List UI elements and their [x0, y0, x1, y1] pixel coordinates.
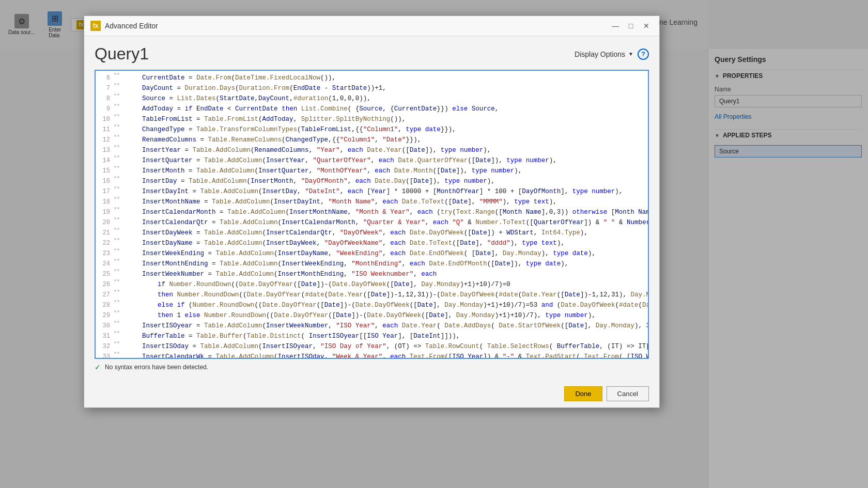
- code-line-15: 15 InsertMonth = Table.AddColumn(InsertQ…: [96, 166, 648, 176]
- code-line-14: 14 InsertQuarter = Table.AddColumn(Inser…: [96, 155, 648, 166]
- status-text: No syntax errors have been detected.: [105, 364, 208, 371]
- code-line-17: 17 InsertDayInt = Table.AddColumn(Insert…: [96, 186, 648, 197]
- display-options-button[interactable]: Display Options ▼: [575, 50, 633, 58]
- modal-footer: Done Cancel: [84, 380, 659, 407]
- code-line-7: 7 DayCount = Duration.Days(Duration.From…: [96, 83, 648, 93]
- modal-body: Query1 Display Options ▼ ? 6 CurrentDate…: [84, 36, 659, 380]
- modal-window-controls: — □ ✕: [609, 20, 653, 32]
- code-line-20: 20 InsertCalendarQtr = Table.AddColumn(I…: [96, 217, 648, 228]
- code-line-33: 33 InsertCalendarWk = Table.AddColumn(In…: [96, 352, 648, 358]
- code-line-30: 30 InsertISOyear = Table.AddColumn(Inser…: [96, 321, 648, 331]
- help-icon[interactable]: ?: [638, 49, 649, 60]
- code-line-19: 19 InsertCalendarMonth = Table.AddColumn…: [96, 207, 648, 217]
- cancel-button[interactable]: Cancel: [607, 386, 649, 401]
- display-options-label: Display Options: [575, 50, 625, 58]
- modal-close-button[interactable]: ✕: [640, 20, 653, 32]
- code-line-6: 6 CurrentDate = Date.From(DateTime.Fixed…: [96, 73, 648, 83]
- code-line-9: 9 AddToday = if EndDate < CurrentDate th…: [96, 104, 648, 114]
- modal-title-text: Advanced Editor: [105, 22, 158, 30]
- code-line-27: 27 then Number.RoundDown((Date.DayOfYear…: [96, 290, 648, 300]
- code-line-11: 11 ChangedType = Table.TransformColumnTy…: [96, 124, 648, 135]
- code-line-12: 12 RenamedColumns = Table.RenameColumns(…: [96, 135, 648, 145]
- code-line-13: 13 InsertYear = Table.AddColumn(RenamedC…: [96, 145, 648, 155]
- code-line-28: 28 else if (Number.RoundDown((Date.DayOf…: [96, 300, 648, 310]
- code-line-10: 10 TableFromList = Table.FromList(AddTod…: [96, 114, 648, 124]
- advanced-editor-modal: fx Advanced Editor — □ ✕ Query1 Display …: [84, 15, 660, 408]
- done-button[interactable]: Done: [564, 386, 602, 401]
- syntax-status-bar: ✓ No syntax errors have been detected.: [95, 359, 649, 371]
- code-line-8: 8 Source = List.Dates(StartDate,DayCount…: [96, 93, 648, 104]
- code-line-22: 22 InsertDayName = Table.AddColumn(Inser…: [96, 238, 648, 248]
- code-line-31: 31 BufferTable = Table.Buffer(Table.Dist…: [96, 331, 648, 341]
- code-line-21: 21 InsertDayWeek = Table.AddColumn(Inser…: [96, 228, 648, 238]
- code-editor[interactable]: 6 CurrentDate = Date.From(DateTime.Fixed…: [95, 70, 649, 359]
- code-line-24: 24 InsertMonthEnding = Table.AddColumn(I…: [96, 259, 648, 269]
- code-line-23: 23 InsertWeekEnding = Table.AddColumn(In…: [96, 248, 648, 259]
- code-line-16: 16 InsertDay = Table.AddColumn(InsertMon…: [96, 176, 648, 186]
- code-line-25: 25 InsertWeekNumber = Table.AddColumn(In…: [96, 269, 648, 279]
- code-line-18: 18 InsertMonthName = Table.AddColumn(Ins…: [96, 197, 648, 207]
- query-title: Query1: [95, 44, 149, 64]
- modal-title-icon: fx: [90, 21, 101, 31]
- modal-header-row: Query1 Display Options ▼ ?: [95, 44, 649, 64]
- display-options-chevron-icon: ▼: [628, 51, 633, 57]
- modal-maximize-button[interactable]: □: [624, 20, 638, 32]
- code-line-32: 32 InsertISOday = Table.AddColumn(Insert…: [96, 341, 648, 352]
- code-content-area[interactable]: 6 CurrentDate = Date.From(DateTime.Fixed…: [96, 71, 648, 358]
- code-line-26: 26 if Number.RoundDown((Date.DayOfYear([…: [96, 279, 648, 290]
- status-check-icon: ✓: [95, 363, 101, 371]
- modal-titlebar: fx Advanced Editor — □ ✕: [84, 16, 659, 36]
- modal-title: fx Advanced Editor: [90, 21, 158, 31]
- code-line-29: 29 then 1 else Number.RoundDown((Date.Da…: [96, 310, 648, 321]
- modal-minimize-button[interactable]: —: [609, 20, 622, 32]
